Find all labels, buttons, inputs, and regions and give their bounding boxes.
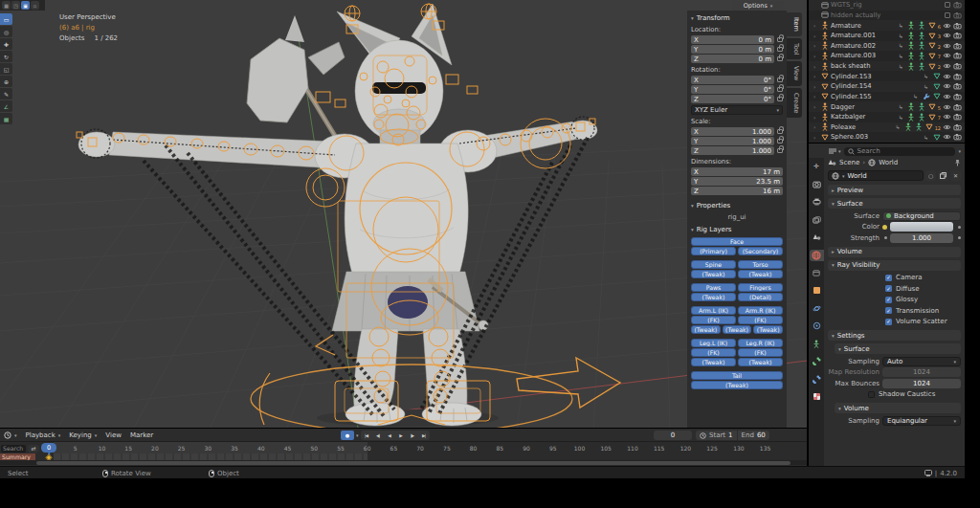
- properties-tab-object-data-icon[interactable]: [811, 338, 823, 349]
- lock-icon[interactable]: [777, 47, 783, 52]
- unlink-button[interactable]: ✕: [950, 170, 961, 181]
- rig-layer-button[interactable]: (FK): [691, 316, 736, 324]
- rig-layer-button[interactable]: Torso: [738, 260, 783, 269]
- eye-visibility-icon[interactable]: [943, 123, 951, 131]
- settings-section-header[interactable]: Settings: [828, 330, 961, 341]
- surface-section-header[interactable]: Surface: [828, 198, 961, 209]
- channel-search-input[interactable]: Search: [1, 445, 26, 453]
- scale-z-field[interactable]: Z1.000: [691, 146, 774, 155]
- volume-sampling-dropdown[interactable]: Equiangular▾: [882, 416, 961, 426]
- outliner-item[interactable]: hidden actually: [809, 11, 965, 21]
- fake-user-button[interactable]: ○: [925, 170, 936, 181]
- rig-layer-button[interactable]: (FK): [738, 316, 783, 324]
- rotation-x-field[interactable]: X0°: [691, 76, 774, 84]
- new-copy-button[interactable]: [938, 170, 948, 181]
- auto-keying-button[interactable]: ●: [341, 431, 354, 440]
- play-button[interactable]: ▶: [395, 431, 407, 440]
- properties-tab-texture-icon[interactable]: [811, 391, 823, 403]
- checkbox-volume-scatter[interactable]: ✓: [885, 319, 892, 325]
- eye-visibility-icon[interactable]: [943, 103, 951, 111]
- exclude-checkbox[interactable]: [943, 2, 951, 8]
- world-datablock-field[interactable]: ▾ World: [828, 170, 924, 181]
- color-swatch[interactable]: [890, 222, 953, 232]
- rig-layer-button[interactable]: (Tweak): [738, 358, 783, 366]
- properties-tab-bone-constraint-icon[interactable]: [811, 373, 823, 385]
- rig-layer-button[interactable]: (Primary): [691, 247, 736, 255]
- rig-layer-button[interactable]: Leg.L (IK): [691, 339, 736, 347]
- rig-layer-button[interactable]: (Tweak): [753, 325, 783, 334]
- sidebar-tab-view[interactable]: View: [787, 61, 802, 85]
- expand-arrow-icon[interactable]: ›: [813, 63, 818, 70]
- expand-arrow-icon[interactable]: ›: [813, 123, 818, 130]
- channel-filter-icon[interactable]: ⇄: [28, 445, 39, 453]
- eye-visibility-icon[interactable]: [943, 82, 951, 90]
- expand-arrow-icon[interactable]: ›: [813, 83, 818, 90]
- tool-annotate-icon[interactable]: ✎: [0, 88, 12, 99]
- menu-keying[interactable]: Keying▾: [69, 431, 97, 439]
- properties-search-input[interactable]: Search: [844, 147, 956, 156]
- breadcrumb-world[interactable]: World: [879, 159, 898, 166]
- tool-add-cube-icon[interactable]: ▦: [0, 113, 12, 124]
- settings-volume-header[interactable]: Volume: [835, 403, 961, 413]
- camera-visibility-icon[interactable]: [953, 93, 962, 100]
- viewport-3d-scene[interactable]: [0, 0, 807, 428]
- frame-start-field[interactable]: Start1: [696, 431, 737, 440]
- filter-dropdown-icon[interactable]: ▾: [958, 148, 961, 154]
- outliner-item[interactable]: ›Cylinder.153↳: [809, 71, 965, 81]
- outliner-item[interactable]: ›Cylinder.154↳: [809, 81, 965, 92]
- properties-panel-header[interactable]: Properties: [691, 201, 783, 210]
- rig-layer-button[interactable]: (FK): [738, 348, 783, 357]
- camera-visibility-icon[interactable]: [953, 32, 962, 39]
- properties-tab-physics-icon[interactable]: [811, 302, 823, 314]
- expand-arrow-icon[interactable]: ›: [813, 22, 818, 29]
- rig-layer-button[interactable]: Face: [691, 237, 783, 246]
- timeline-ruler-area[interactable]: 0510152025303540455055606570758085909510…: [0, 442, 807, 465]
- properties-tab-scene-icon[interactable]: [811, 232, 823, 243]
- camera-visibility-icon[interactable]: [953, 73, 962, 80]
- menu-marker[interactable]: Marker: [130, 431, 153, 439]
- camera-visibility-icon[interactable]: [953, 22, 962, 30]
- expand-arrow-icon[interactable]: ›: [813, 53, 818, 59]
- outliner-item[interactable]: ›Armature.001↳3: [809, 31, 965, 41]
- sidebar-tab-tool[interactable]: Tool: [787, 38, 802, 60]
- outliner-item[interactable]: ›Poleaxe↳12: [809, 122, 965, 133]
- chevron-down-icon[interactable]: ▾: [356, 432, 359, 438]
- rig-layer-button[interactable]: Arm.L (IK): [691, 306, 736, 315]
- lock-icon[interactable]: [777, 77, 783, 82]
- snap-icon[interactable]: ▫: [31, 1, 39, 10]
- outliner-item[interactable]: ›Armature.003↳7: [809, 51, 965, 61]
- breadcrumb-scene[interactable]: Scene: [839, 159, 859, 166]
- lock-icon[interactable]: [777, 148, 783, 153]
- location-z-field[interactable]: Z0 m: [691, 55, 774, 63]
- expand-arrow-icon[interactable]: ›: [813, 134, 818, 141]
- lock-icon[interactable]: [777, 87, 783, 92]
- keyframe-diamond[interactable]: [46, 453, 52, 459]
- rig-layer-button[interactable]: (Tweak): [723, 325, 752, 334]
- eye-visibility-icon[interactable]: [943, 113, 951, 121]
- properties-tab-bone-icon[interactable]: [811, 356, 823, 367]
- outliner-item[interactable]: ›Cylinder.155↳: [809, 92, 965, 102]
- camera-visibility-icon[interactable]: [953, 52, 962, 59]
- settings-surface-header[interactable]: Surface: [835, 343, 961, 354]
- eye-visibility-icon[interactable]: [943, 93, 951, 100]
- eye-visibility-icon[interactable]: [943, 62, 951, 70]
- scrollbar-thumb[interactable]: [36, 461, 791, 465]
- eye-visibility-icon[interactable]: [943, 133, 951, 141]
- rotation-y-field[interactable]: Y0°: [691, 85, 774, 94]
- lock-icon[interactable]: [777, 139, 783, 144]
- rig-layer-button[interactable]: (Tweak): [691, 325, 721, 334]
- pin-icon[interactable]: [954, 159, 961, 166]
- outliner-item[interactable]: ›Armature.002↳2: [809, 41, 965, 52]
- play-reverse-button[interactable]: ◀: [384, 431, 395, 440]
- outliner-item[interactable]: ›Sphere.003↳: [809, 132, 965, 143]
- eye-visibility-icon[interactable]: [943, 22, 951, 30]
- rig-layer-button[interactable]: (Detail): [738, 293, 783, 301]
- ray-visibility-section-header[interactable]: Ray Visibility: [828, 260, 961, 271]
- tool-cursor-icon[interactable]: ◎: [0, 26, 12, 37]
- current-frame-field[interactable]: 0: [654, 431, 692, 440]
- sidebar-tab-create[interactable]: Create: [787, 88, 802, 119]
- properties-tab-object-icon[interactable]: [811, 285, 823, 297]
- max-bounces-field[interactable]: 1024: [882, 379, 961, 388]
- properties-tab-view-layer-icon[interactable]: [811, 214, 823, 226]
- properties-tab-collection-icon[interactable]: [811, 267, 823, 278]
